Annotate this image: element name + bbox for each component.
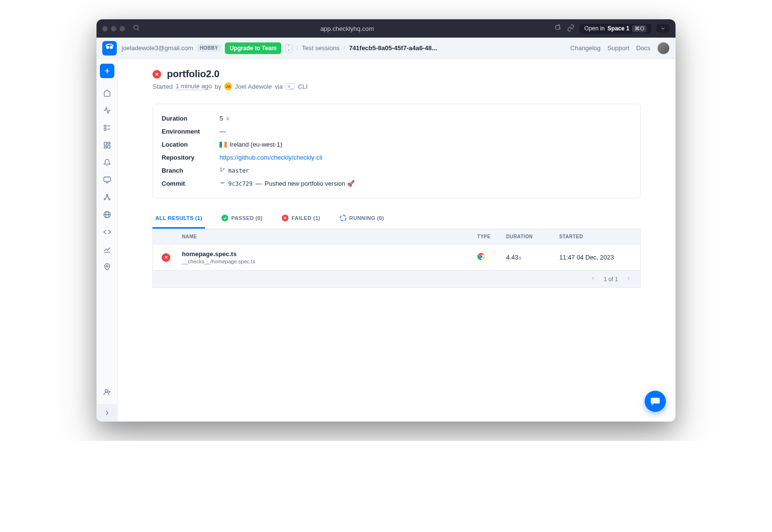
svg-rect-16 xyxy=(104,147,107,148)
code-icon[interactable] xyxy=(100,225,114,239)
minimize-window-dot[interactable] xyxy=(111,26,116,31)
shortcut-badge: ⌘O xyxy=(632,25,647,32)
pagination: 1 of 1 xyxy=(152,271,641,288)
checkly-logo[interactable] xyxy=(102,41,117,55)
svg-point-20 xyxy=(106,194,108,196)
tab-failed[interactable]: FAILED (1) xyxy=(279,210,323,229)
account-email[interactable]: joeladewole3@gmail.com xyxy=(122,44,193,52)
row-status-icon xyxy=(162,253,170,262)
svg-point-0 xyxy=(134,26,138,30)
branch-icon xyxy=(220,167,225,174)
breadcrumb: joeladewole3@gmail.com HOBBY Upgrade to … xyxy=(122,42,437,54)
terminal-icon: >_ xyxy=(286,83,295,90)
svg-point-22 xyxy=(109,199,110,200)
globe-icon[interactable] xyxy=(100,207,114,222)
passed-icon xyxy=(221,215,228,221)
create-button[interactable] xyxy=(100,64,114,78)
collapse-sidebar-icon[interactable] xyxy=(96,404,118,422)
tab-running[interactable]: RUNNING (0) xyxy=(337,210,387,229)
link-icon[interactable] xyxy=(567,24,575,33)
svg-point-36 xyxy=(222,182,223,184)
org-switcher-icon[interactable]: ⌃⌄ xyxy=(285,44,292,53)
bell-icon[interactable] xyxy=(100,155,114,170)
row-name: homepage.spec.ts xyxy=(182,250,477,258)
row-started: 11:47 04 Dec, 2023 xyxy=(559,254,632,261)
webhook-icon[interactable] xyxy=(100,190,114,205)
row-path: __checks__/homepage.spec.ts xyxy=(182,259,477,264)
value-branch: master xyxy=(220,167,249,174)
value-duration: 5s xyxy=(220,115,229,122)
ireland-flag-icon xyxy=(220,142,227,148)
svg-rect-9 xyxy=(104,125,106,127)
next-page-icon[interactable] xyxy=(626,275,632,283)
results-tabs: ALL RESULTS (1) PASSED (0) FAILED (1) RU… xyxy=(152,210,641,229)
prev-page-icon[interactable] xyxy=(590,275,596,283)
support-link[interactable]: Support xyxy=(607,44,630,52)
label-location: Location xyxy=(162,141,220,148)
session-details-card: Duration 5s Environment — Location Irela… xyxy=(152,104,641,198)
home-icon[interactable] xyxy=(100,86,114,100)
plan-badge: HOBBY xyxy=(197,44,221,52)
tab-passed[interactable]: PASSED (0) xyxy=(219,210,265,229)
analytics-icon[interactable] xyxy=(100,242,114,257)
commit-icon xyxy=(220,180,225,187)
label-duration: Duration xyxy=(162,115,220,122)
repository-link[interactable]: https://github.com/checkly/checkly-cli xyxy=(220,154,322,161)
table-row[interactable]: homepage.spec.ts __checks__/homepage.spe… xyxy=(152,245,641,271)
user-avatar[interactable] xyxy=(657,42,670,55)
value-location: Ireland (eu-west-1) xyxy=(220,141,282,148)
svg-rect-15 xyxy=(108,145,110,148)
tab-all-results[interactable]: ALL RESULTS (1) xyxy=(152,210,205,229)
svg-line-1 xyxy=(138,29,139,30)
svg-rect-14 xyxy=(108,142,110,144)
session-subtitle: Started 1 minute ago by JA Joel Adewole … xyxy=(152,82,641,90)
docs-link[interactable]: Docs xyxy=(636,44,650,52)
changelog-link[interactable]: Changelog xyxy=(570,44,601,52)
via-tool: CLI xyxy=(298,83,307,90)
traffic-lights xyxy=(102,26,125,31)
svg-rect-2 xyxy=(556,25,560,29)
url-display[interactable]: app.checklyhq.com xyxy=(146,25,549,32)
open-in-space-button[interactable]: Open in Space 1 ⌘O xyxy=(579,24,651,34)
started-time[interactable]: 1 minute ago xyxy=(176,82,212,90)
dashboards-icon[interactable] xyxy=(100,138,114,152)
svg-point-28 xyxy=(105,390,108,392)
invite-user-icon[interactable] xyxy=(100,385,114,399)
app-header: joeladewole3@gmail.com HOBBY Upgrade to … xyxy=(96,38,676,59)
browser-titlebar: app.checklyhq.com Open in Space 1 ⌘O xyxy=(96,19,676,38)
space-dropdown[interactable] xyxy=(656,24,670,33)
location-icon[interactable] xyxy=(100,259,114,274)
checks-icon[interactable] xyxy=(100,121,114,135)
breadcrumb-test-sessions[interactable]: Test sessions xyxy=(302,44,340,52)
activity-icon[interactable] xyxy=(100,103,114,118)
chrome-icon xyxy=(477,255,485,262)
search-icon[interactable] xyxy=(133,24,140,33)
maximize-window-dot[interactable] xyxy=(120,26,125,31)
upgrade-button[interactable]: Upgrade to Team xyxy=(225,42,281,54)
pagination-text: 1 of 1 xyxy=(604,276,618,283)
row-duration: 4.43s xyxy=(506,254,559,261)
session-status-icon xyxy=(152,70,161,79)
svg-rect-17 xyxy=(104,177,110,181)
user-initials-badge: JA xyxy=(224,82,232,90)
svg-point-27 xyxy=(106,265,108,267)
svg-point-46 xyxy=(480,256,482,258)
breadcrumb-session-id: 741fecb5-8a05-45f7-a4a6-48... xyxy=(349,44,437,52)
user-name: Joel Adewole xyxy=(235,83,272,90)
col-started: STARTED xyxy=(559,234,632,239)
extension-icon[interactable] xyxy=(554,24,562,33)
monitor-icon[interactable] xyxy=(100,173,114,187)
sidebar xyxy=(96,59,118,422)
svg-point-35 xyxy=(223,168,224,169)
svg-rect-11 xyxy=(104,128,106,130)
close-window-dot[interactable] xyxy=(102,26,108,31)
main-content: portfolio2.0 Started 1 minute ago by JA … xyxy=(118,59,676,422)
label-commit: Commit xyxy=(162,180,220,187)
label-branch: Branch xyxy=(162,167,220,174)
results-table-header: NAME TYPE DURATION STARTED xyxy=(152,229,641,245)
col-name: NAME xyxy=(182,234,477,239)
chat-button[interactable] xyxy=(645,391,666,412)
label-environment: Environment xyxy=(162,128,220,135)
svg-point-5 xyxy=(107,47,108,48)
svg-point-34 xyxy=(221,171,221,172)
